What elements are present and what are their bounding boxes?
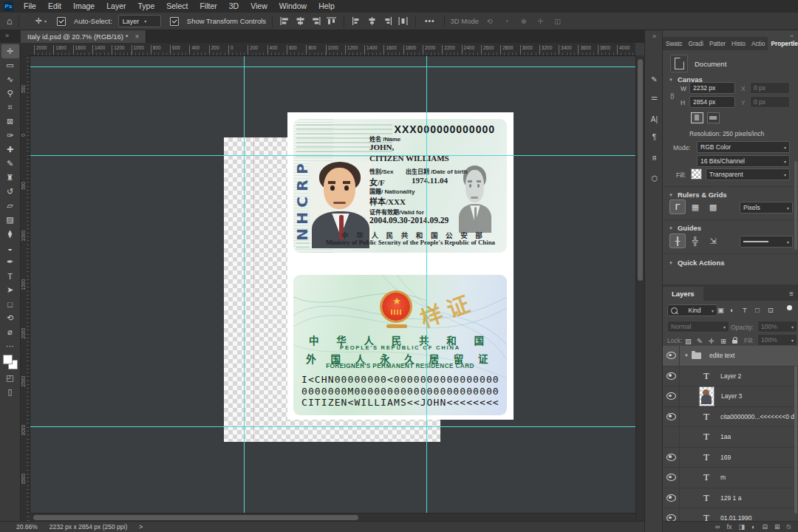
filter-pixel-layers-icon[interactable]: ▣ bbox=[717, 306, 724, 314]
toggle-guides-button[interactable]: ╂ bbox=[670, 234, 685, 248]
menu-item-help[interactable]: Help bbox=[313, 0, 341, 13]
delete-layer-icon[interactable]: ⍉ bbox=[787, 524, 791, 531]
menu-item-view[interactable]: View bbox=[245, 0, 273, 13]
menu-item-file[interactable]: File bbox=[18, 0, 42, 13]
lock-position-icon[interactable]: ✛ bbox=[709, 337, 715, 345]
new-layer-icon[interactable]: ⊞ bbox=[774, 524, 780, 531]
align-top-edges-icon[interactable] bbox=[325, 16, 338, 27]
new-group-icon[interactable]: ⊟ bbox=[763, 524, 768, 531]
horizontal-scrollbar-thumb[interactable] bbox=[33, 515, 358, 520]
canvas-height-field[interactable]: 2854 px bbox=[689, 96, 735, 108]
guides-section-header[interactable]: ▼ Guides bbox=[669, 224, 701, 232]
brush-settings-icon[interactable]: ✎ bbox=[645, 75, 664, 83]
filter-shape-layers-icon[interactable]: □ bbox=[755, 306, 760, 314]
distribute-left-edges-icon[interactable] bbox=[350, 16, 363, 27]
distribute-right-edges-icon[interactable] bbox=[381, 16, 394, 27]
frame-tool[interactable]: ⊠ bbox=[1, 115, 19, 129]
status-chevron-icon[interactable]: > bbox=[139, 523, 143, 531]
layer-name[interactable]: m bbox=[720, 474, 726, 481]
object-selection-tool[interactable]: ⚲ bbox=[1, 86, 19, 100]
lock-image-pixels-icon[interactable]: ✎ bbox=[697, 337, 703, 345]
more-align-options-button[interactable]: ••• bbox=[425, 17, 435, 25]
layer-row-1aa[interactable]: T1aa bbox=[663, 427, 798, 448]
healing-brush-tool[interactable]: ✚ bbox=[1, 143, 19, 157]
layer-visibility-eye-icon[interactable] bbox=[663, 508, 680, 521]
filter-smart-objects-icon[interactable]: ⊡ bbox=[768, 306, 774, 314]
layer-visibility-eye-icon[interactable] bbox=[663, 407, 680, 427]
toggle-smart-guides-button[interactable]: ╬ bbox=[688, 234, 703, 248]
bit-depth-dropdown[interactable]: 16 Bits/Channel▾ bbox=[697, 155, 790, 167]
group-expand-arrow-icon[interactable]: ▼ bbox=[684, 353, 689, 358]
zoom-tool[interactable]: ⌀ bbox=[1, 325, 19, 339]
hand-tool[interactable]: ⟲ bbox=[1, 311, 19, 325]
orientation-landscape-button[interactable] bbox=[707, 112, 720, 123]
layer-row-01-01-1990[interactable]: T01.01.1990 bbox=[663, 508, 798, 521]
lock-transparent-pixels-icon[interactable]: ▨ bbox=[685, 337, 692, 345]
layer-filter-toggle[interactable] bbox=[787, 305, 792, 310]
menu-item-3d[interactable]: 3D bbox=[223, 0, 245, 13]
close-tab-icon[interactable]: × bbox=[134, 33, 139, 41]
document-type-button[interactable] bbox=[670, 55, 688, 72]
eyedropper-tool[interactable]: ✑ bbox=[1, 129, 19, 143]
character-panel-icon[interactable]: A| bbox=[645, 115, 664, 123]
layer-row-layer-3[interactable]: Layer 3 bbox=[663, 386, 798, 407]
distribute-spacing-horizontal-icon[interactable] bbox=[397, 16, 409, 27]
layer-visibility-eye-icon[interactable] bbox=[663, 468, 680, 488]
history-brush-tool[interactable]: ↺ bbox=[1, 185, 19, 199]
glyphs-panel-icon[interactable]: я bbox=[645, 154, 664, 162]
menu-item-filter[interactable]: Filter bbox=[194, 0, 222, 13]
foreground-background-swatches[interactable] bbox=[1, 353, 19, 371]
margin-guide[interactable] bbox=[253, 137, 254, 442]
paragraph-panel-icon[interactable]: ¶ bbox=[645, 133, 664, 141]
menu-item-layer[interactable]: Layer bbox=[100, 0, 132, 13]
menu-item-edit[interactable]: Edit bbox=[42, 0, 67, 13]
layer-effects-icon[interactable]: fx bbox=[727, 524, 732, 531]
shape-tool[interactable]: □ bbox=[1, 297, 19, 311]
panel-tab-actio[interactable]: Actio bbox=[748, 37, 768, 50]
panel-tab-histo[interactable]: Histo bbox=[729, 37, 748, 50]
layer-name[interactable]: Layer 2 bbox=[720, 372, 741, 380]
foreground-color-swatch[interactable] bbox=[3, 355, 13, 364]
home-icon[interactable]: ⌂ bbox=[7, 16, 13, 27]
show-transform-controls-checkbox[interactable] bbox=[170, 17, 179, 26]
horizontal-guide[interactable] bbox=[30, 155, 635, 156]
layer-row-edite-text[interactable]: ▼edite text bbox=[663, 346, 798, 366]
blur-tool[interactable]: ⧫ bbox=[1, 227, 19, 241]
move-tool[interactable]: ✛ bbox=[1, 44, 19, 58]
panel-tab-patter[interactable]: Patter bbox=[706, 37, 729, 50]
canvas-width-field[interactable]: 2232 px bbox=[689, 82, 735, 94]
layer-row-m[interactable]: Tm bbox=[663, 468, 798, 488]
layer-row-cita0000000-0-d[interactable]: Tcita0000000...<<<<<<<0 d bbox=[663, 407, 798, 428]
panel-tab-gradi[interactable]: Gradi bbox=[686, 37, 706, 50]
type-tool[interactable]: T bbox=[1, 269, 19, 283]
edit-toolbar[interactable]: ⋯ bbox=[1, 339, 19, 353]
vertical-guide[interactable] bbox=[426, 55, 427, 521]
layer-visibility-eye-icon[interactable] bbox=[663, 346, 680, 366]
fill-swatch[interactable] bbox=[691, 168, 702, 180]
align-center-horizontal-icon[interactable] bbox=[294, 16, 307, 27]
filter-adjustment-layers-icon[interactable]: ◐ bbox=[730, 306, 734, 314]
menu-item-image[interactable]: Image bbox=[67, 0, 100, 13]
layer-mask-icon[interactable]: ◨ bbox=[739, 524, 746, 531]
horizontal-guide[interactable] bbox=[30, 66, 635, 67]
horizontal-guide[interactable] bbox=[30, 426, 635, 427]
properties-scrollbar-thumb[interactable] bbox=[794, 161, 797, 250]
auto-select-checkbox[interactable] bbox=[57, 17, 66, 26]
layer-name[interactable]: 1aa bbox=[720, 433, 731, 440]
adjustment-layer-icon[interactable]: ◐ bbox=[751, 524, 755, 531]
path-selection-tool[interactable]: ➤ bbox=[1, 283, 19, 297]
layer-visibility-eye-icon[interactable] bbox=[663, 448, 680, 468]
guide-style-dropdown[interactable]: ▾ bbox=[740, 236, 793, 248]
rulers-grids-section-header[interactable]: ▼ Rulers & Grids bbox=[669, 191, 726, 199]
align-left-icon[interactable] bbox=[279, 16, 291, 27]
layer-name[interactable]: Layer 3 bbox=[721, 392, 742, 400]
color-mode-dropdown[interactable]: RGB Color▾ bbox=[697, 141, 790, 153]
toggle-rulers-button[interactable]: Γ bbox=[670, 200, 685, 214]
dock-expand-icon[interactable]: » bbox=[645, 33, 664, 40]
layer-name[interactable]: 129 1 a bbox=[720, 494, 741, 502]
layer-name[interactable]: edite text bbox=[709, 352, 735, 359]
layer-name[interactable]: 01.01.1990 bbox=[720, 514, 752, 521]
toolbar-collapse-icon[interactable]: » bbox=[5, 32, 9, 39]
link-layers-icon[interactable]: ∞ bbox=[715, 524, 720, 531]
quick-mask-tool[interactable]: ◰ bbox=[1, 371, 19, 385]
